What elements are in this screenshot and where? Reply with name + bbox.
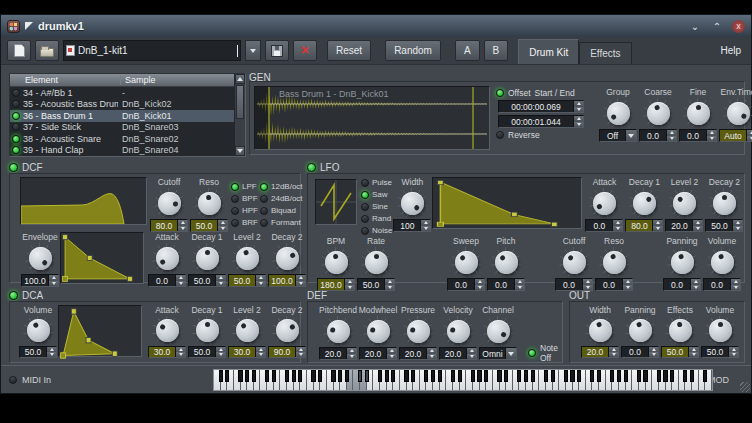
piano-key-102[interactable] [610,370,614,382]
knob-decay-2[interactable] [709,188,739,218]
knob-level-2[interactable] [232,243,262,273]
spinbox-attack[interactable]: 0.0 [148,274,186,287]
knob-sweep[interactable] [451,247,481,277]
filter-curve-display[interactable] [20,177,147,225]
spinbox-fine[interactable]: 0.0 [679,129,717,142]
spinbox-envelope[interactable]: 100.0 [21,274,59,287]
knob-reso[interactable] [194,188,224,218]
spinbox-decay-2[interactable]: 90.0 [268,346,306,358]
piano-key-104[interactable] [617,370,621,382]
help-button[interactable]: Help [720,45,745,56]
piano-key-44[interactable] [385,370,389,382]
piano-key-30[interactable] [331,370,335,382]
element-row-37-side-stick[interactable]: 37 - Side StickDnB_Snare03 [10,122,234,134]
piano-key-78[interactable] [517,370,521,382]
radio-brf[interactable]: BRF [231,217,258,228]
piano-key-92[interactable] [570,370,574,382]
piano-key-32[interactable] [338,370,342,382]
radio-biquad[interactable]: Biquad [260,205,303,216]
save-preset-button[interactable] [265,40,289,61]
knob-fine[interactable] [683,98,713,128]
knob-env-time[interactable] [723,98,752,128]
scroll-up-button[interactable] [235,74,245,84]
piano-key-22[interactable] [298,370,302,382]
piano-key-116[interactable] [663,370,667,382]
spinbox-modwheel[interactable]: 20.0 [359,347,397,360]
preset-dropdown-button[interactable] [245,40,261,61]
knob-volume[interactable] [707,247,737,277]
spinbox-decay-1[interactable]: 50.0 [188,346,226,358]
piano-key-109[interactable] [637,370,641,382]
radio-lpf[interactable]: LPF [231,181,258,192]
knob-attack[interactable] [152,316,182,345]
knob-effects[interactable] [665,316,695,345]
element-list-scrollbar[interactable] [234,74,245,156]
piano-key-34[interactable] [345,370,349,382]
piano-key-123[interactable] [690,370,694,382]
random-button[interactable]: Random [385,40,441,61]
knob-pitchbend[interactable] [323,316,353,346]
piano-key-18[interactable] [285,370,289,382]
knob-volume[interactable] [23,316,53,345]
offset-led[interactable] [496,89,504,97]
piano-key-61[interactable] [451,370,455,382]
swap-a-button[interactable]: A [455,40,480,61]
knob-pressure[interactable] [403,316,433,346]
sample-waveform-display[interactable]: Bass Drum 1 - DnB_Kick01 [254,86,490,150]
knob-width[interactable] [397,188,427,218]
knob-decay-2[interactable] [272,243,302,273]
spinbox-decay-1[interactable]: 80.0 [625,219,663,232]
radio-sine[interactable]: Sine [361,201,392,212]
spinbox-volume[interactable]: 50.0 [19,346,57,358]
knob-attack[interactable] [589,188,619,218]
resize-grip[interactable] [740,382,750,392]
knob-volume[interactable] [705,316,735,345]
dcf-envelope-display[interactable] [60,232,144,284]
piano-key-51[interactable] [411,370,415,382]
piano-key-3[interactable] [225,370,229,382]
piano-key-66[interactable] [471,370,475,382]
piano-key-111[interactable] [643,370,647,382]
knob-modwheel[interactable] [363,316,393,346]
piano-key-58[interactable] [438,370,442,382]
knob-pitch[interactable] [491,247,521,277]
knob-level-2[interactable] [669,188,699,218]
piano-key-49[interactable] [404,370,408,382]
scroll-down-button[interactable] [235,146,245,156]
spinbox-decay-2[interactable]: 50.0 [705,219,743,232]
spinbox-effects[interactable]: 50.0 [661,346,699,358]
radio-formant[interactable]: Formant [260,217,303,228]
piano-key-54[interactable] [424,370,428,382]
piano-key-39[interactable] [365,370,369,382]
piano-key-63[interactable] [458,370,462,382]
knob-decay-1[interactable] [192,316,222,345]
knob-velocity[interactable] [443,316,473,346]
knob-width[interactable] [585,316,615,345]
radio-24db-oct[interactable]: 24dB/oct [260,193,303,204]
dca-envelope-display[interactable] [58,305,142,357]
knob-bpm[interactable] [321,247,351,277]
spinbox-reso[interactable]: 50.0 [190,219,228,232]
spinbox-velocity[interactable]: 20.0 [439,347,477,360]
knob-decay-1[interactable] [192,243,222,273]
knob-group[interactable] [603,98,633,128]
radio-12db-oct[interactable]: 12dB/oct [260,181,303,192]
dcf-led[interactable] [9,163,18,172]
open-preset-button[interactable] [35,40,59,61]
piano-key-118[interactable] [670,370,674,382]
piano-key-94[interactable] [577,370,581,382]
knob-channel[interactable] [483,316,513,346]
radio-saw[interactable]: Saw [361,189,392,200]
combo-group[interactable]: Off [599,129,637,142]
knob-decay-1[interactable] [629,188,659,218]
piano-key-106[interactable] [624,370,628,382]
element-list-header[interactable]: Element Sample [10,74,245,87]
piano-key-1[interactable] [219,370,223,382]
column-element[interactable]: Element [10,75,121,85]
piano-key-85[interactable] [544,370,548,382]
spinbox-pressure[interactable]: 20.0 [399,347,437,360]
radio-hpf[interactable]: HPF [231,205,258,216]
piano-key-25[interactable] [311,370,315,382]
spinbox-decay-2[interactable]: 100.0 [268,274,306,287]
piano-key-70[interactable] [484,370,488,382]
